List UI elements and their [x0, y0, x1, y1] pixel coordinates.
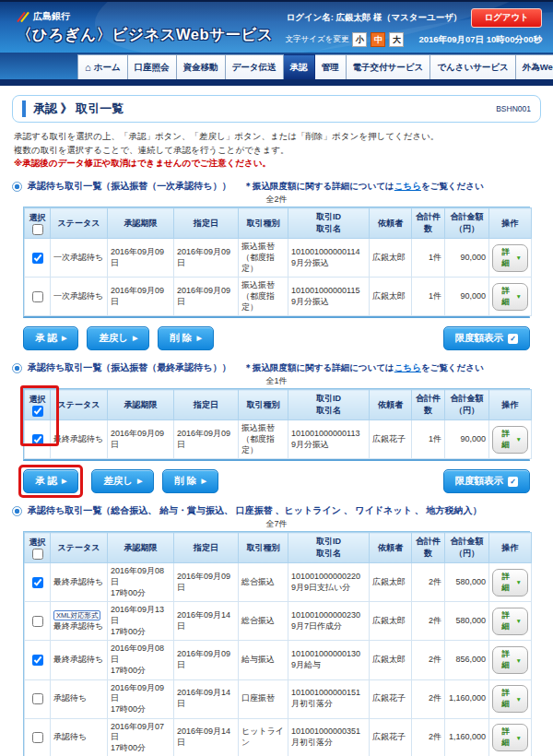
column-header-label: 依頼者 [378, 543, 403, 552]
sendback-button[interactable]: 差戻し▶ [87, 326, 149, 350]
column-header-label: 操作 [502, 219, 519, 228]
transaction-id: 101001000000351 [291, 726, 366, 738]
kochira-link[interactable]: こちら [394, 362, 421, 372]
row-checkbox[interactable] [32, 732, 43, 743]
section-header: 承認待ち取引一覧（総合振込、 給与・賞与振込、 口座振替 、ヒットライン 、 ワ… [12, 504, 541, 517]
column-header-label: ステータス [58, 219, 100, 228]
amount-cell: 90,000 [445, 278, 489, 316]
xml-format-badge: XML対応形式 [53, 610, 100, 621]
nav-strip [0, 79, 553, 86]
font-size-large-button[interactable]: 大 [389, 32, 404, 47]
row-checkbox[interactable] [32, 434, 43, 445]
limit-display-button[interactable]: 限度額表示✓ [443, 326, 531, 350]
column-header-label: 合計件数 [416, 537, 441, 558]
row-checkbox[interactable] [32, 577, 43, 588]
detail-button[interactable]: 詳 細▼ [492, 244, 528, 272]
transaction-row: 承認待ち2016年09月07日 17時00分2016年09月14日ヒットライン1… [25, 718, 532, 756]
screen-id: BSHN001 [496, 104, 531, 113]
item-count-cell: 2件 [412, 718, 445, 756]
triangle-right-icon: ▶ [62, 478, 66, 485]
detail-button[interactable]: 詳 細▼ [492, 569, 528, 597]
tab-management[interactable]: 管理 [315, 54, 347, 79]
total-count: 全1件 [12, 375, 541, 387]
delete-button-label: 削 除 [170, 332, 192, 345]
tab-approval[interactable]: 承認 [284, 54, 315, 79]
section-bullet-icon [12, 506, 22, 516]
column-header: 取引ID 取引名 [288, 390, 370, 420]
delete-button[interactable]: 削 除▶ [162, 469, 218, 493]
column-header-label: 承認期限 [124, 543, 158, 552]
main-nav: ⌂ホーム口座照会資金移動データ伝送承認管理電子交付サービスでんさいサービス外為W… [0, 53, 553, 79]
row-checkbox[interactable] [32, 655, 43, 666]
logout-button[interactable]: ログアウト [471, 8, 542, 28]
row-checkbox[interactable] [32, 693, 43, 704]
tab-account-inquiry[interactable]: 口座照会 [128, 54, 177, 79]
triangle-down-icon: ▼ [516, 657, 522, 664]
approve-button[interactable]: 承 認▶ [23, 469, 78, 493]
column-header: 取引種別 [239, 208, 288, 239]
header-right: ログイン名: 広銀太郎 様（マスターユーザ） ログアウト 文字サイズを変更 小 … [286, 6, 542, 53]
detail-button[interactable]: 詳 細▼ [492, 426, 528, 454]
tab-label: でんさいサービス [437, 62, 509, 74]
detail-button[interactable]: 詳 細▼ [492, 724, 528, 751]
column-header-label: 承認期限 [124, 400, 158, 409]
transaction-id: 101001000000130 [291, 649, 366, 660]
transaction-type-cell: 振込振替 （都度指定） [239, 420, 288, 459]
tab-home[interactable]: ⌂ホーム [77, 54, 128, 79]
requester-cell: 広銀太郎 [370, 641, 412, 679]
tab-data-transmission[interactable]: データ伝送 [226, 54, 284, 79]
transaction-table: 選択ステータス承認期限指定日取引種別取引ID 取引名依頼者合計件数合計金額 （円… [24, 532, 532, 756]
item-count-cell: 2件 [412, 602, 445, 641]
kochira-link[interactable]: こちら [394, 181, 421, 191]
requester-cell: 広銀太郎 [370, 602, 412, 641]
limit-display-button[interactable]: 限度額表示✓ [443, 469, 531, 493]
item-count-cell: 1件 [412, 239, 445, 278]
tab-densai-service[interactable]: でんさいサービス [430, 54, 516, 79]
column-header-label: 選択 [29, 213, 46, 222]
item-count-cell: 1件 [412, 420, 445, 459]
column-header: 依頼者 [370, 390, 412, 420]
column-header-label: 選択 [29, 537, 46, 547]
column-header-label: 取引種別 [247, 543, 280, 552]
amount-cell: 1,160,000 [445, 718, 489, 756]
delete-button[interactable]: 削 除▶ [158, 326, 213, 350]
detail-button[interactable]: 詳 細▼ [492, 283, 528, 311]
approve-button[interactable]: 承 認▶ [23, 326, 78, 350]
tab-e-delivery-service[interactable]: 電子交付サービス [347, 54, 431, 79]
font-size-small-button[interactable]: 小 [352, 32, 367, 47]
column-header: 承認期限 [108, 533, 174, 563]
detail-button[interactable]: 詳 細▼ [492, 646, 528, 674]
row-checkbox[interactable] [32, 291, 43, 302]
tab-fund-transfer[interactable]: 資金移動 [177, 54, 226, 79]
column-header-label: 指定日 [194, 400, 218, 409]
approval-deadline-cell: 2016年09月08日 17時00分 [108, 641, 174, 679]
limit-display-label: 限度額表示 [455, 332, 504, 345]
detail-button[interactable]: 詳 細▼ [492, 685, 528, 713]
row-checkbox[interactable] [32, 616, 43, 627]
home-icon: ⌂ [85, 63, 91, 73]
detail-label: 詳 細 [499, 610, 513, 632]
tab-label: 承認 [290, 62, 308, 74]
tab-forex-web-service[interactable]: 外為Webサービス [516, 54, 553, 79]
column-header: 取引種別 [239, 533, 288, 563]
status-text: 最終承認待ち [53, 621, 104, 632]
select-all-checkbox[interactable] [32, 549, 43, 560]
detail-button[interactable]: 詳 細▼ [492, 608, 528, 635]
font-size-medium-button[interactable]: 中 [371, 32, 385, 47]
requester-cell: 広銀花子 [370, 679, 412, 718]
column-header: 取引種別 [239, 390, 288, 420]
sendback-button[interactable]: 差戻し▶ [91, 469, 154, 493]
section-title: 承認待ち取引一覧（振込振替（最終承認待ち）） [28, 361, 230, 374]
transaction-id-cell: 1010010000001149月分振込 [288, 239, 370, 278]
operation-cell: 詳 細▼ [489, 641, 532, 679]
row-checkbox[interactable] [32, 253, 43, 264]
approval-deadline-cell: 2016年09月09日 [108, 239, 174, 278]
table-wrapper: 選択ステータス承認期限指定日取引種別取引ID 取引名依頼者合計件数合計金額 （円… [23, 207, 530, 318]
select-all-checkbox[interactable] [32, 406, 43, 417]
operation-cell: 詳 細▼ [489, 718, 532, 756]
amount-cell: 1,160,000 [445, 679, 489, 718]
transaction-table: 選択ステータス承認期限指定日取引種別取引ID 取引名依頼者合計件数合計金額 （円… [24, 389, 532, 459]
select-all-checkbox[interactable] [32, 224, 43, 235]
column-header: 依頼者 [370, 533, 412, 563]
section-bullet-icon [12, 182, 22, 192]
